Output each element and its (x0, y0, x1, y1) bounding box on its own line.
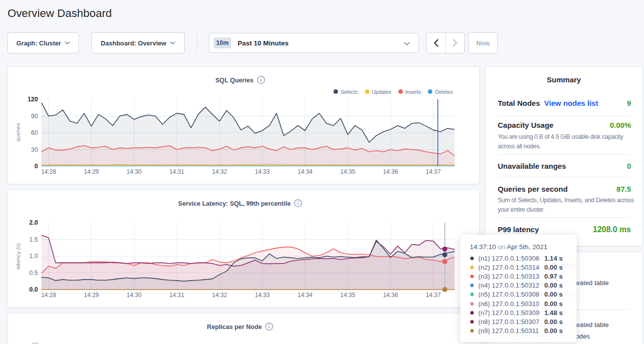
svg-text:0.0: 0.0 (29, 286, 38, 293)
svg-text:14:35: 14:35 (340, 168, 355, 175)
svg-text:1.5: 1.5 (29, 236, 38, 243)
svg-text:14:28: 14:28 (41, 168, 56, 175)
svg-text:14:32: 14:32 (212, 168, 227, 175)
svg-text:14:35: 14:35 (340, 292, 355, 299)
svg-text:14:34: 14:34 (298, 168, 313, 175)
svg-text:14:29: 14:29 (84, 168, 99, 175)
svg-text:14:37: 14:37 (426, 168, 441, 175)
svg-text:14:36: 14:36 (383, 292, 398, 299)
svg-text:14:31: 14:31 (169, 292, 184, 299)
svg-text:2.0: 2.0 (29, 219, 38, 226)
svg-text:0.5: 0.5 (29, 270, 38, 277)
svg-text:14:31: 14:31 (169, 168, 184, 175)
svg-text:14:28: 14:28 (41, 292, 56, 299)
svg-text:0: 0 (34, 163, 38, 170)
svg-text:1.0: 1.0 (29, 253, 38, 260)
svg-text:120: 120 (27, 96, 38, 103)
svg-text:14:34: 14:34 (298, 292, 313, 299)
svg-text:14:33: 14:33 (255, 292, 270, 299)
svg-text:14:29: 14:29 (84, 292, 99, 299)
svg-text:14:33: 14:33 (255, 168, 270, 175)
svg-text:14:30: 14:30 (127, 292, 142, 299)
svg-text:14:30: 14:30 (127, 168, 142, 175)
svg-text:30: 30 (31, 146, 38, 153)
svg-text:14:37: 14:37 (426, 292, 441, 299)
svg-text:14:36: 14:36 (383, 168, 398, 175)
svg-text:90: 90 (31, 113, 38, 120)
svg-text:14:32: 14:32 (212, 292, 227, 299)
svg-text:60: 60 (31, 129, 38, 136)
